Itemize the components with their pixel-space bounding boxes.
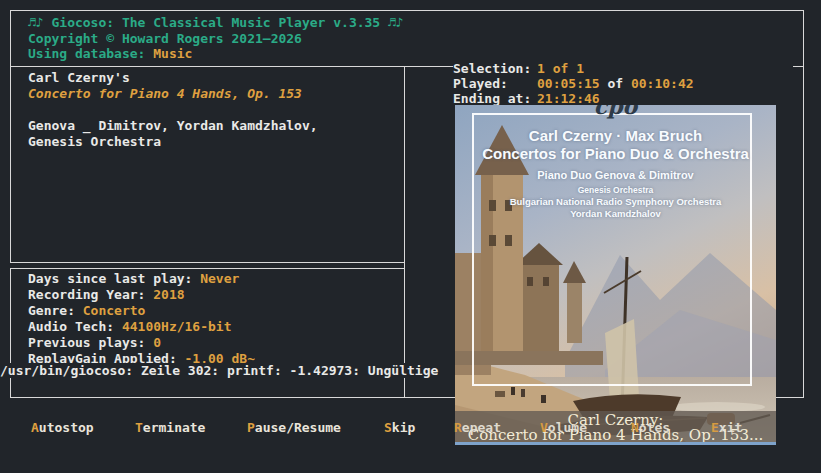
selection-label: Selection:	[453, 61, 537, 76]
stat-value: Never	[200, 271, 239, 286]
stat-label: Audio Tech:	[28, 319, 122, 334]
error-line: /usr/bin/giocoso: Zeile 302: printf: -1.…	[0, 363, 441, 378]
played-row: Played:00:05:15 of 00:10:42	[453, 76, 793, 91]
menu-label-rest: olume	[548, 420, 587, 435]
menu-item-pause-resume[interactable]: Pause/Resume	[247, 421, 341, 435]
played-total: 00:10:42	[631, 76, 694, 91]
selection-row: Selection:1 of 1	[453, 61, 793, 76]
stat-label: Days since last play:	[28, 271, 200, 286]
stat-row-audio-tech: Audio Tech: 44100Hz/16-bit	[28, 319, 232, 334]
hotkey-letter: R	[454, 420, 462, 435]
menu-label-rest: utostop	[39, 420, 94, 435]
album-title: Concertos for Piano Duo & Orchestra	[455, 145, 776, 162]
played-label: Played:	[453, 76, 537, 91]
copyright-line: Copyright © Howard Rogers 2021–2026	[28, 31, 302, 46]
database-value: Music	[153, 46, 192, 61]
stat-row-last-play: Days since last play: Never	[28, 271, 239, 286]
app-title: ♬♪ Giocoso: The Classical Music Player v…	[28, 15, 404, 30]
stat-row-previous-plays: Previous plays: 0	[28, 335, 161, 350]
played-separator: of	[600, 76, 631, 91]
stat-row-genre: Genre: Concerto	[28, 303, 145, 318]
menu-item-terminate[interactable]: Terminate	[135, 421, 205, 435]
menu-item-volume[interactable]: Volume	[540, 421, 587, 435]
album-cover-text: Carl Czerny · Max Bruch Concertos for Pi…	[455, 127, 776, 219]
album-window-bottom-strip	[455, 442, 776, 445]
hotkey-letter: N	[631, 420, 639, 435]
album-composers: Carl Czerny · Max Bruch	[455, 127, 776, 145]
cpo-label-logo: cpo	[455, 105, 776, 117]
played-elapsed: 00:05:15	[537, 76, 600, 91]
stat-label: Recording Year:	[28, 287, 153, 302]
hotkey-letter: P	[247, 420, 255, 435]
stat-label: Genre:	[28, 303, 83, 318]
hotkey-letter: A	[31, 420, 39, 435]
hotkey-letter: T	[135, 420, 143, 435]
menu-item-repeat[interactable]: Repeat	[454, 421, 501, 435]
album-conductor: Yordan Kamdzhalov	[455, 208, 776, 219]
performers-line-2: Genesis Orchestra	[28, 134, 161, 149]
menu-label-rest: ause/Resume	[255, 420, 341, 435]
album-artists-3: Bulgarian National Radio Symphony Orches…	[455, 196, 776, 207]
stat-label: Previous plays:	[28, 335, 153, 350]
menu-label-rest: otes	[639, 420, 670, 435]
menu-label-rest: kip	[392, 420, 415, 435]
database-line: Using database: Music	[28, 46, 192, 61]
hotkey-letter: E	[711, 420, 719, 435]
menu-item-exit[interactable]: Exit	[711, 421, 742, 435]
album-artists-2: Genesis Orchestra	[455, 185, 776, 195]
album-art-window[interactable]: cpo Carl Czerny · Max Bruch Concertos fo…	[455, 105, 776, 445]
stat-value: 2018	[153, 287, 184, 302]
menu-label-rest: epeat	[462, 420, 501, 435]
menu-item-notes[interactable]: Notes	[631, 421, 670, 435]
menu-item-skip[interactable]: Skip	[384, 421, 415, 435]
stat-row-recording-year: Recording Year: 2018	[28, 287, 185, 302]
menu-label-rest: xit	[719, 420, 742, 435]
stat-value: 44100Hz/16-bit	[122, 319, 232, 334]
stat-value: Concerto	[83, 303, 146, 318]
hotkey-letter: V	[540, 420, 548, 435]
ending-label: Ending at:	[453, 91, 537, 106]
composer-line: Carl Czerny's	[28, 70, 130, 85]
album-artists-1: Piano Duo Genova & Dimitrov	[455, 169, 776, 182]
database-label: Using database:	[28, 46, 153, 61]
hotkey-letter: S	[384, 420, 392, 435]
menu-item-autostop[interactable]: Autostop	[31, 421, 94, 435]
menu-label-rest: erminate	[143, 420, 206, 435]
ending-value: 21:12:46	[537, 91, 600, 106]
selection-value: 1 of 1	[537, 61, 584, 76]
performers-line-1: Genova _ Dimitrov, Yordan Kamdzhalov,	[28, 118, 318, 133]
giocoso-terminal-screen: ♬♪ Giocoso: The Classical Music Player v…	[0, 0, 821, 473]
stat-value: 0	[153, 335, 161, 350]
work-title: Concerto for Piano 4 Hands, Op. 153	[28, 86, 302, 101]
ending-row: Ending at:21:12:46	[453, 91, 793, 106]
